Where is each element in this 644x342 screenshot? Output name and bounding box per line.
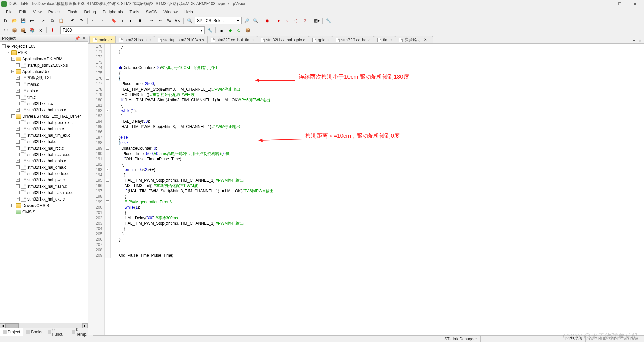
menu-flash[interactable]: Flash [64,9,80,15]
tree-target[interactable]: −F103 [1,49,88,56]
find-combo[interactable]: SPI_CS_Select▾ [195,17,241,24]
rebuild-icon[interactable]: 📦̲ [19,26,27,34]
tree-file-1-2[interactable]: +gpio.c [1,88,88,94]
minimize-button[interactable]: — [596,0,612,8]
tree-file-1-0[interactable]: +实验说明.TXT [1,75,88,81]
menu-view[interactable]: View [30,9,45,15]
file-tab-4[interactable]: stm32f1xx_hal_gpio.c [257,36,309,43]
target-combo[interactable]: F103▾ [60,26,205,34]
bookmark-next-icon[interactable]: ▸ [127,17,135,24]
tree-file-2-9[interactable]: +stm32f1xx_hal_pwr.c [1,177,88,183]
copy-icon[interactable]: ⧉ [49,17,56,24]
uncomment-icon[interactable]: //⨯ [174,17,181,24]
scroll-left-icon[interactable]: ◂ [0,323,5,328]
breakpoint-kill-icon[interactable]: ⊘ [301,17,309,24]
open-file-icon[interactable]: 📂 [11,17,18,24]
file-tab-2[interactable]: startup_stm32f103xb.s [154,36,208,43]
find-icon[interactable]: 🔍 [186,17,193,24]
tree-file-2-2[interactable]: +stm32f1xx_hal_tim_ex.c [1,132,88,138]
breakpoint-enable-icon[interactable]: ○ [284,17,291,24]
indent-icon[interactable]: ⇥ [148,17,155,24]
tree-file-2-12[interactable]: +stm32f1xx_hal_exti.c [1,196,88,202]
paste-icon[interactable]: 📋 [57,17,65,24]
tree-group-0[interactable]: −Application/MDK-ARM [1,56,88,62]
panel-tab-2[interactable]: {} Funct... [45,328,69,336]
menu-debug[interactable]: Debug [81,9,99,15]
batch-build-icon[interactable]: 📚 [28,26,36,34]
debug-icon[interactable]: ◉ [263,17,271,24]
menu-file[interactable]: File [3,9,16,15]
project-tree[interactable]: −⚙Project: F103−F103−Application/MDK-ARM… [0,42,88,323]
build-target-icon[interactable]: ⬚ [2,26,9,34]
bookmark-clear-icon[interactable]: ✖ [136,17,144,24]
stop-build-icon[interactable]: ⨯ [37,26,44,34]
close-button[interactable]: ✕ [627,0,643,8]
tree-file-2-8[interactable]: +stm32f1xx_hal_cortex.c [1,170,88,177]
fold-gutter[interactable]: −−−−−− [105,44,111,258]
pack-installer-icon[interactable]: 📦 [244,26,251,34]
tabs-close-icon[interactable]: ✕ [637,38,643,43]
cut-icon[interactable]: ✂ [40,17,47,24]
file-tab-5[interactable]: gpio.c [309,36,332,43]
panel-tab-1[interactable]: Books [23,328,45,336]
menu-svcs[interactable]: SVCS [143,9,160,15]
incremental-find-icon[interactable]: 🔍̲ [252,17,259,24]
code-editor[interactable]: 170 171 172 173 174 175 176 177 178 179 … [88,44,644,335]
save-icon[interactable]: 💾 [19,17,27,24]
bookmark-icon[interactable]: 🔖 [110,17,117,24]
pin-icon[interactable]: 📌 [75,36,80,41]
file-tab-7[interactable]: tim.c [374,36,395,43]
tree-workspace[interactable]: −⚙Project: F103 [1,43,88,49]
menu-project[interactable]: Project [45,9,64,15]
new-file-icon[interactable]: 🗋 [2,17,9,24]
outdent-icon[interactable]: ⇤ [157,17,164,24]
nav-back-icon[interactable]: ← [90,17,97,24]
project-hscroll[interactable]: ◂ ▸ [0,323,88,328]
tree-file-2-6[interactable]: +stm32f1xx_hal_gpio.c [1,158,88,164]
tree-file-0-0[interactable]: +startup_stm32f103xb.s [1,62,88,68]
menu-peripherals[interactable]: Peripherals [99,9,126,15]
tree-cmsis[interactable]: CMSIS [1,209,88,215]
tree-file-2-4[interactable]: +stm32f1xx_hal_rcc.c [1,145,88,151]
save-all-icon[interactable]: 🗃 [28,17,36,24]
tree-file-2-10[interactable]: +stm32f1xx_hal_flash.c [1,183,88,189]
build-icon[interactable]: 📦 [11,26,18,34]
menu-edit[interactable]: Edit [16,9,30,15]
nav-fwd-icon[interactable]: → [98,17,106,24]
tree-file-2-11[interactable]: +stm32f1xx_hal_flash_ex.c [1,189,88,196]
tree-file-1-4[interactable]: +stm32f1xx_it.c [1,100,88,107]
select-packs-icon[interactable]: ◇ [235,26,243,34]
download-icon[interactable]: ⬇ [49,26,56,34]
breakpoint-disable-icon[interactable]: ◌ [292,17,300,24]
menu-help[interactable]: Help [181,9,196,15]
file-tab-8[interactable]: 实验说明.TXT [395,36,433,43]
configure-icon[interactable]: 🔧 [325,17,332,24]
menu-tools[interactable]: Tools [126,9,143,15]
maximize-button[interactable]: ☐ [612,0,627,8]
tree-group-1[interactable]: −Application/User [1,68,88,75]
file-tab-6[interactable]: stm32f1xx_hal.c [332,36,374,43]
target-options-icon[interactable]: 🔧 [206,26,213,34]
undo-icon[interactable]: ↶ [69,17,76,24]
tree-file-1-3[interactable]: +tim.c [1,94,88,100]
tree-file-2-5[interactable]: +stm32f1xx_hal_rcc_ex.c [1,151,88,158]
tree-file-2-3[interactable]: +stm32f1xx_hal.c [1,138,88,145]
manage-project-icon[interactable]: ▣ [218,26,225,34]
panel-tab-0[interactable]: Project [0,328,23,336]
window-layout-icon[interactable]: ▦▾ [313,17,320,24]
menu-window[interactable]: Window [160,9,181,15]
bookmark-prev-icon[interactable]: ◂ [119,17,126,24]
manage-rte-icon[interactable]: ◆ [226,26,234,34]
file-tab-3[interactable]: stm32f1xx_hal_tim.c [207,36,257,43]
code-content[interactable]: } } if(DistanceCounter>=2)//距离小于10CM，说明有… [111,44,644,335]
file-tab-0[interactable]: main.c* [89,36,116,43]
file-tab-1[interactable]: stm32f1xx_it.c [115,36,154,43]
tree-file-2-1[interactable]: +stm32f1xx_hal_tim.c [1,126,88,132]
tree-file-1-1[interactable]: +main.c [1,81,88,88]
tree-group-3[interactable]: +Drivers/CMSIS [1,202,88,209]
breakpoint-insert-icon[interactable]: ● [275,17,282,24]
panel-close-icon[interactable]: ✕ [82,36,86,41]
tree-file-1-5[interactable]: +stm32f1xx_hal_msp.c [1,107,88,113]
find-next-icon[interactable]: 🔎 [243,17,250,24]
tabs-menu-icon[interactable]: ▾ [631,38,637,43]
